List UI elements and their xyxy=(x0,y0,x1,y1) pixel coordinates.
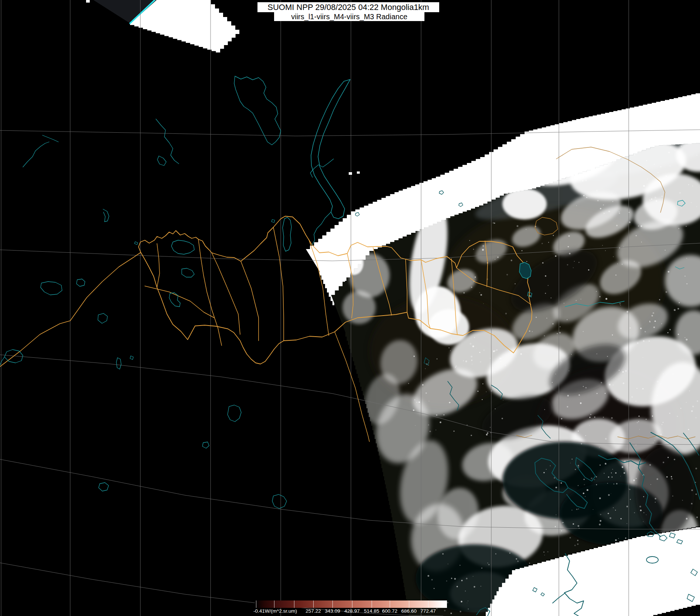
colorbar-tick xyxy=(428,600,428,608)
colorbar-tick-label: 686.60 xyxy=(401,608,416,614)
colorbar-tick-label: 772.47 xyxy=(420,608,436,614)
colorbar-tick xyxy=(390,600,390,608)
colorbar-tick-label: 257.22 xyxy=(305,608,321,614)
satellite-scene xyxy=(0,0,700,616)
colorbar-gradient xyxy=(255,600,447,608)
image-title-line2: viirs_l1-viirs_M4-viirs_M3 Radiance xyxy=(274,12,424,21)
colorbar-tick xyxy=(332,600,333,608)
colorbar-tick xyxy=(294,600,294,608)
satellite-viewer: SUOMI NPP 29/08/2025 04:22 Mongolia1km v… xyxy=(0,0,700,616)
colorbar-tick xyxy=(409,600,409,608)
colorbar-labels: -0.41W/(m^2.sr.um) 257.22343.09428.97514… xyxy=(255,608,462,614)
image-title-line1: SUOMI NPP 29/08/2025 04:22 Mongolia1km xyxy=(257,2,439,12)
colorbar-tick-label: 343.09 xyxy=(325,608,340,614)
radiance-colorbar xyxy=(255,600,447,608)
colorbar-tick-label: 428.97 xyxy=(344,608,359,614)
colorbar-unit-label: -0.41W/(m^2.sr.um) xyxy=(253,608,297,614)
colorbar-tick-label: 514.85 xyxy=(364,608,379,614)
colorbar-tick xyxy=(274,600,274,608)
colorbar-tick xyxy=(313,600,314,608)
colorbar-tick xyxy=(352,600,352,608)
colorbar-tick-label: 600.72 xyxy=(382,608,397,614)
colorbar-tick xyxy=(256,600,256,608)
colorbar-tick xyxy=(372,600,372,608)
